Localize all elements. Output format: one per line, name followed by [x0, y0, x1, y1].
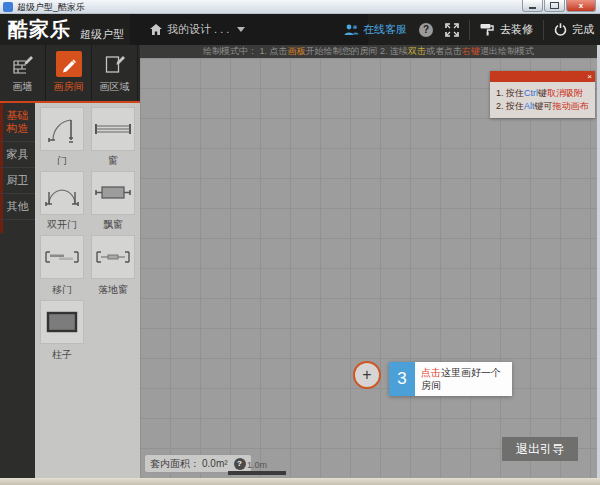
library-item-label: 柱子 — [39, 348, 85, 362]
area-value: 0.0m² — [202, 458, 228, 469]
shortcut-notification: × 1. 按住Ctrl键取消吸附 2. 按住Alt键可拖动画布 — [490, 71, 595, 118]
online-service-label: 在线客服 — [363, 22, 407, 37]
library-item-window[interactable] — [91, 107, 135, 151]
hint-text: 退出绘制模式 — [480, 45, 534, 58]
decorate-button[interactable]: 去装修 — [480, 22, 533, 37]
tool-draw-wall[interactable]: 画墙 — [0, 45, 46, 101]
window-icon — [94, 122, 132, 136]
plus-icon: + — [362, 366, 371, 384]
accent-underline — [0, 101, 140, 103]
door-icon — [44, 111, 80, 147]
library-item-floor-window[interactable] — [91, 235, 135, 279]
notification-line: 2. 按住Alt键可拖动画布 — [496, 100, 589, 113]
pillar-icon — [45, 310, 79, 334]
sliding-door-icon — [43, 249, 81, 265]
fullscreen-icon — [445, 23, 459, 37]
tab-kitchen-bath[interactable]: 厨卫 — [0, 168, 35, 194]
window-title: 超级户型_酷家乐 — [17, 0, 85, 14]
decorate-label: 去装修 — [500, 22, 533, 37]
library-item-label: 落地窗 — [90, 283, 136, 297]
guide-tooltip-text: 点击这里画好一个房间 — [415, 362, 512, 396]
scale-label: 1.0m — [228, 460, 286, 470]
close-button[interactable]: x — [566, 0, 596, 12]
finish-label: 完成 — [572, 22, 594, 37]
library-item-door[interactable] — [40, 107, 84, 151]
help-button[interactable]: ? — [419, 23, 433, 37]
floor-window-icon — [94, 249, 132, 265]
tab-other[interactable]: 其他 — [0, 194, 35, 220]
guide-step-badge: 3 — [389, 362, 415, 396]
tool-draw-area[interactable]: 画区域 — [92, 45, 138, 101]
library-item-label: 门 — [39, 154, 85, 168]
app-icon — [3, 2, 13, 12]
app-logo-subtitle: 超级户型 — [80, 27, 124, 42]
library-item-label: 飘窗 — [90, 218, 136, 232]
library-item-double-door[interactable] — [40, 171, 84, 215]
app-header: 酷家乐 超级户型 我的设计 . . . 在线客服 ? — [0, 14, 600, 45]
home-icon — [150, 24, 162, 35]
item-library-panel: 门 窗 双开门 飘窗 移门 落地窗 柱子 — [35, 103, 140, 478]
notification-body: 1. 按住Ctrl键取消吸附 2. 按住Alt键可拖动画布 — [490, 82, 595, 118]
tab-basic-structure[interactable]: 基础构造 — [0, 103, 35, 142]
maximize-icon — [550, 2, 559, 9]
hint-text: 绘制模式中： 1. 点击 — [203, 45, 288, 58]
library-item-label: 窗 — [90, 154, 136, 168]
my-design-menu[interactable]: 我的设计 . . . — [150, 22, 245, 37]
category-tabstrip: 基础构造 家具 厨卫 其他 — [0, 103, 35, 478]
header-divider — [469, 20, 470, 40]
app-window: 超级户型_酷家乐 x 酷家乐 超级户型 我的设计 . . . 在线客服 ? — [0, 0, 600, 485]
bay-window-icon — [94, 182, 132, 204]
library-item-label: 移门 — [39, 283, 85, 297]
hint-text: 开始绘制您的房间 2. 连续 — [306, 45, 409, 58]
app-logo: 酷家乐 — [8, 16, 71, 43]
exit-guide-button[interactable]: 退出引导 — [502, 437, 578, 461]
hint-highlight: 右键 — [462, 45, 480, 58]
draw-toolbar: 画墙 画房间 画区域 — [0, 45, 140, 101]
window-titlebar: 超级户型_酷家乐 x — [0, 0, 600, 14]
draw-wall-icon — [10, 51, 36, 77]
draw-room-icon — [56, 51, 82, 77]
scale-ruler: 1.0m — [228, 460, 286, 475]
drawing-canvas[interactable]: × 1. 按住Ctrl键取消吸附 2. 按住Alt键可拖动画布 + 3 点击这里… — [140, 58, 597, 478]
library-item-pillar[interactable] — [40, 300, 84, 344]
tool-draw-room[interactable]: 画房间 — [46, 45, 92, 101]
minimize-button[interactable] — [522, 0, 543, 12]
draw-room-start-target[interactable]: + — [353, 361, 381, 389]
maximize-button[interactable] — [544, 0, 565, 12]
library-item-label: 双开门 — [39, 218, 85, 232]
fullscreen-button[interactable] — [445, 23, 459, 37]
draw-area-icon — [102, 51, 128, 77]
hint-highlight: 双击 — [408, 45, 426, 58]
power-icon — [554, 23, 567, 36]
online-service-button[interactable]: 在线客服 — [344, 22, 407, 37]
tool-label: 画区域 — [100, 80, 130, 94]
library-item-sliding-door[interactable] — [40, 235, 84, 279]
minimize-icon — [529, 7, 536, 9]
scale-bar — [228, 471, 286, 475]
notification-close-icon[interactable]: × — [587, 71, 592, 82]
notification-header: × — [490, 71, 595, 82]
notification-line: 1. 按住Ctrl键取消吸附 — [496, 87, 589, 100]
tool-label: 画房间 — [54, 80, 84, 94]
tab-furniture[interactable]: 家具 — [0, 142, 35, 168]
tool-label: 画墙 — [13, 80, 33, 94]
header-divider — [543, 20, 544, 40]
finish-button[interactable]: 完成 — [554, 22, 594, 37]
my-design-label: 我的设计 . . . — [167, 22, 229, 37]
people-icon — [344, 24, 359, 35]
library-item-bay-window[interactable] — [91, 171, 135, 215]
hint-highlight: 画板 — [288, 45, 306, 58]
double-door-icon — [44, 178, 80, 208]
paint-roller-icon — [480, 23, 495, 36]
area-label: 套内面积： — [150, 457, 200, 471]
chevron-down-icon — [237, 27, 245, 32]
window-bottom-border — [0, 478, 600, 485]
guide-tooltip: 3 点击这里画好一个房间 — [389, 362, 512, 396]
drawing-mode-hintbar: 绘制模式中： 1. 点击画板开始绘制您的房间 2. 连续双击或者点击右键退出绘制… — [140, 45, 597, 58]
hint-text: 或者点击 — [426, 45, 462, 58]
